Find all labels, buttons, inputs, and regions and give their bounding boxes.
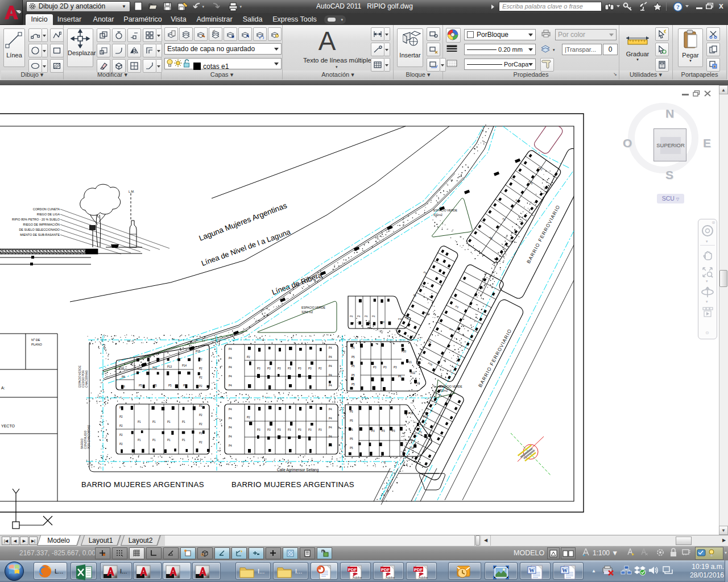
svg-text:?: ? bbox=[676, 3, 680, 10]
svg-text:P5: P5 bbox=[351, 347, 355, 350]
svg-text:P5: P5 bbox=[139, 384, 142, 387]
svg-text:Calle Agrimensor Seitang: Calle Agrimensor Seitang bbox=[277, 468, 319, 472]
svg-text:P3: P3 bbox=[383, 366, 387, 369]
svg-text:P1: P1 bbox=[152, 439, 156, 442]
svg-text:P4: P4 bbox=[229, 384, 232, 387]
svg-text:P2: P2 bbox=[247, 416, 250, 419]
svg-text:P2: P2 bbox=[199, 367, 202, 370]
svg-text:P12: P12 bbox=[152, 367, 158, 369]
svg-text:P4: P4 bbox=[329, 347, 332, 350]
svg-text:BARRIO FERROVIARIO: BARRIO FERROVIARIO bbox=[477, 328, 513, 388]
svg-text:ESPACIO VERDE: ESPACIO VERDE bbox=[433, 209, 458, 212]
svg-text:P3: P3 bbox=[257, 367, 260, 370]
svg-text:3250 m2: 3250 m2 bbox=[301, 310, 313, 314]
svg-text:P3: P3 bbox=[373, 366, 377, 369]
svg-text:P2: P2 bbox=[247, 356, 250, 359]
svg-text:W: W bbox=[529, 567, 535, 573]
svg-text:P2: P2 bbox=[199, 405, 202, 408]
svg-text:P4: P4 bbox=[229, 408, 232, 411]
svg-text:P3: P3 bbox=[257, 429, 260, 431]
svg-text:P3: P3 bbox=[308, 429, 312, 431]
svg-text:PLANO: PLANO bbox=[31, 343, 43, 346]
svg-text:P1: P1 bbox=[182, 421, 185, 423]
svg-text:P26: P26 bbox=[428, 361, 433, 366]
svg-text:P6: P6 bbox=[365, 315, 368, 318]
svg-text:Adobe: Adobe bbox=[353, 576, 362, 579]
svg-text:P3: P3 bbox=[308, 367, 312, 370]
svg-text:RIEGO DE IMPRIMACIÓN: RIEGO DE IMPRIMACIÓN bbox=[23, 223, 60, 226]
svg-text:P6: P6 bbox=[357, 315, 361, 318]
svg-text:P4: P4 bbox=[329, 356, 332, 359]
svg-text:P4: P4 bbox=[329, 417, 332, 420]
svg-text:Adobe: Adobe bbox=[419, 576, 428, 579]
svg-text:P15: P15 bbox=[196, 350, 201, 353]
svg-text:P3: P3 bbox=[267, 429, 271, 431]
svg-text:P5: P5 bbox=[350, 447, 353, 450]
svg-text:YECTO: YECTO bbox=[1, 424, 15, 428]
svg-text:P4: P4 bbox=[229, 375, 232, 378]
svg-text:P2: P2 bbox=[119, 443, 123, 446]
svg-text:P4: P4 bbox=[329, 426, 332, 429]
svg-text:P2: P2 bbox=[425, 407, 430, 411]
svg-text:P5: P5 bbox=[350, 438, 353, 440]
svg-text:P1: P1 bbox=[167, 439, 171, 442]
svg-text:P2: P2 bbox=[199, 376, 202, 379]
svg-text:PDF: PDF bbox=[348, 567, 357, 572]
svg-text:P1: P1 bbox=[138, 439, 141, 442]
svg-text:BARRIO MUJERES ARGENTINAS: BARRIO MUJERES ARGENTINAS bbox=[231, 480, 354, 489]
svg-text:P5: P5 bbox=[419, 430, 423, 434]
svg-text:P3: P3 bbox=[298, 429, 301, 431]
svg-text:A:: A: bbox=[1, 386, 5, 390]
svg-text:P2: P2 bbox=[199, 414, 202, 417]
svg-text:CHACOBRAS: CHACOBRAS bbox=[85, 371, 88, 388]
svg-text:P6: P6 bbox=[398, 375, 402, 378]
svg-text:BARRIO MUJERES ARGENTINAS: BARRIO MUJERES ARGENTINAS bbox=[81, 480, 204, 489]
svg-text:P19: P19 bbox=[423, 415, 428, 418]
svg-text:P2: P2 bbox=[199, 432, 202, 435]
svg-text:P4: P4 bbox=[329, 408, 332, 411]
svg-text:P4: P4 bbox=[229, 348, 232, 351]
svg-text:RIEGO DE LIGA: RIEGO DE LIGA bbox=[37, 213, 60, 216]
svg-text:P3: P3 bbox=[455, 305, 460, 309]
svg-text:L.M.: L.M. bbox=[129, 190, 134, 193]
svg-text:P3: P3 bbox=[278, 429, 281, 431]
svg-text:P6: P6 bbox=[350, 315, 353, 318]
svg-text:P3: P3 bbox=[278, 367, 281, 370]
svg-text:P5: P5 bbox=[350, 419, 353, 422]
svg-text:P4: P4 bbox=[329, 435, 332, 438]
svg-text:P6: P6 bbox=[372, 315, 375, 318]
svg-text:P24: P24 bbox=[427, 339, 432, 343]
svg-text:Adobe: Adobe bbox=[386, 576, 395, 579]
svg-text:MIENTO DE SUB-RASANTE: MIENTO DE SUB-RASANTE bbox=[20, 233, 60, 236]
svg-text:P3: P3 bbox=[318, 429, 322, 431]
svg-text:POR CHACOBRAS: POR CHACOBRAS bbox=[88, 425, 90, 449]
svg-text:P4: P4 bbox=[229, 417, 232, 420]
svg-text:ESPACIO VERDE: ESPACIO VERDE bbox=[439, 385, 462, 388]
svg-text:P13: P13 bbox=[167, 365, 172, 368]
svg-text:PDF: PDF bbox=[381, 567, 390, 572]
svg-text:P7: P7 bbox=[449, 327, 454, 331]
svg-text:CEDIDO POR: CEDIDO POR bbox=[82, 370, 85, 388]
svg-text:P4: P4 bbox=[229, 366, 232, 369]
svg-text:DE SUELO SELECCIONADO: DE SUELO SELECCIONADO bbox=[19, 228, 60, 231]
svg-text:P2: P2 bbox=[318, 367, 322, 370]
svg-text:P4: P4 bbox=[229, 426, 232, 429]
svg-text:P3: P3 bbox=[298, 367, 301, 370]
svg-text:P2: P2 bbox=[119, 434, 123, 436]
svg-text:132m2: 132m2 bbox=[439, 389, 448, 392]
svg-text:P4: P4 bbox=[229, 357, 232, 360]
svg-text:P4: P4 bbox=[229, 435, 232, 438]
svg-text:P4: P4 bbox=[329, 365, 332, 368]
svg-text:ESPACIO VERDE: ESPACIO VERDE bbox=[78, 365, 81, 388]
svg-text:Línea de Ribera: Línea de Ribera bbox=[271, 271, 324, 297]
svg-text:P8: P8 bbox=[122, 376, 125, 379]
svg-text:P5: P5 bbox=[350, 410, 353, 413]
svg-text:P16: P16 bbox=[408, 412, 413, 415]
svg-text:P3: P3 bbox=[288, 429, 291, 431]
svg-text:P11: P11 bbox=[138, 368, 142, 371]
svg-text:P1: P1 bbox=[138, 421, 141, 423]
svg-text:W: W bbox=[562, 567, 568, 573]
svg-text:P4: P4 bbox=[329, 374, 332, 377]
svg-text:P1: P1 bbox=[152, 421, 156, 423]
svg-text:P3: P3 bbox=[267, 367, 271, 370]
